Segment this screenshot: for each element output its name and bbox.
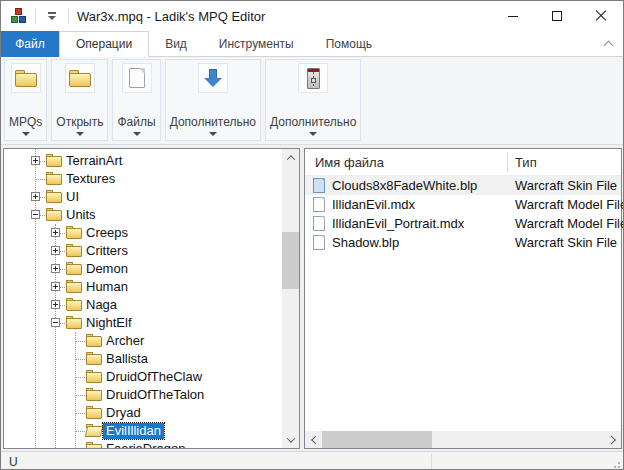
file-icon <box>129 68 145 88</box>
file-name: IllidanEvil.mdx <box>332 197 415 212</box>
dropdown-caret-icon <box>22 132 30 136</box>
dropdown-caret-icon <box>209 132 217 136</box>
tree-item-TerrainArt[interactable]: TerrainArt <box>4 152 282 170</box>
tree-vertical-scrollbar[interactable] <box>282 149 299 448</box>
tree-item-NightElf[interactable]: NightElf <box>4 314 282 332</box>
file-row-IllidanEvil_Portrait.mdx[interactable]: IllidanEvil_Portrait.mdxWarcraft Model F… <box>305 214 621 233</box>
column-header-name[interactable]: Имя файла <box>315 155 384 170</box>
tree-item-label: Units <box>66 207 96 223</box>
folder-icon <box>86 370 102 384</box>
tree-item-UI[interactable]: UI <box>4 188 282 206</box>
file-type: Warcraft Skin File <box>515 178 617 193</box>
expand-icon[interactable] <box>51 282 60 291</box>
ribbon-button-Файлы[interactable]: Файлы <box>112 59 160 141</box>
titlebar-separator <box>68 9 69 23</box>
tab-Вид[interactable]: Вид <box>149 31 203 57</box>
collapse-icon[interactable] <box>31 210 40 219</box>
ribbon-icon-box <box>11 63 41 93</box>
tree-item-DruidOfTheClaw[interactable]: DruidOfTheClaw <box>4 368 282 386</box>
scroll-left-button[interactable] <box>305 431 322 448</box>
main-area: TerrainArtTexturesUIUnitsCreepsCrittersD… <box>1 145 623 451</box>
ribbon-icon-box <box>198 63 228 93</box>
collapse-ribbon-button[interactable] <box>605 40 613 48</box>
expand-icon[interactable] <box>51 246 60 255</box>
app-window: War3x.mpq - Ladik's MPQ Editor ФайлОпера… <box>0 0 624 470</box>
ribbon-button-MPQs[interactable]: MPQs <box>4 59 47 141</box>
tree-item-label: Human <box>86 279 128 295</box>
tab-Помощь[interactable]: Помощь <box>310 31 388 57</box>
tree-scrollbar-thumb[interactable] <box>282 232 299 289</box>
titlebar-separator <box>35 9 36 23</box>
tree-item-label: Textures <box>66 171 115 187</box>
tree-item-Human[interactable]: Human <box>4 278 282 296</box>
tree-item-label: DruidOfTheClaw <box>106 369 202 385</box>
minimize-button[interactable] <box>491 1 535 31</box>
ribbon-button-label: MPQs <box>9 116 42 129</box>
file-type: Warcraft Model File <box>515 197 624 212</box>
minimize-icon <box>508 16 518 17</box>
dropdown-caret-icon <box>309 132 317 136</box>
tree-item-Ballista[interactable]: Ballista <box>4 350 282 368</box>
tree-item-Dryad[interactable]: Dryad <box>4 404 282 422</box>
tree-rows: TerrainArtTexturesUIUnitsCreepsCrittersD… <box>4 149 282 448</box>
scroll-right-button[interactable] <box>604 431 621 448</box>
expand-icon[interactable] <box>31 156 40 165</box>
tree-item-Creeps[interactable]: Creeps <box>4 224 282 242</box>
folder-icon <box>66 280 82 294</box>
tree-item-label: FaerieDragon <box>106 441 186 448</box>
tree-item-label: DruidOfTheTalon <box>106 387 204 403</box>
scroll-up-button[interactable] <box>282 149 299 166</box>
tab-Операции[interactable]: Операции <box>59 31 149 57</box>
ribbon-tab-bar: ФайлОперацииВидИнструментыПомощь <box>1 31 623 57</box>
folder-icon <box>66 244 82 258</box>
close-button[interactable] <box>579 1 623 31</box>
tree-item-label: Archer <box>106 333 144 349</box>
tree-item-Critters[interactable]: Critters <box>4 242 282 260</box>
list-horizontal-scrollbar[interactable] <box>305 431 621 448</box>
expand-icon[interactable] <box>51 300 60 309</box>
tree-item-label: Creeps <box>86 225 128 241</box>
expand-icon[interactable] <box>51 264 60 273</box>
app-icon <box>10 8 27 24</box>
ribbon-icon-box <box>65 63 95 93</box>
folder-icon <box>86 406 102 420</box>
scroll-down-button[interactable] <box>282 431 299 448</box>
collapse-icon[interactable] <box>51 318 60 327</box>
ribbon-button-Открыть[interactable]: Открыть <box>51 59 108 141</box>
file-name: IllidanEvil_Portrait.mdx <box>332 216 464 231</box>
ribbon-button-Дополнительно[interactable]: Дополнительно <box>265 59 361 141</box>
tab-Инструменты[interactable]: Инструменты <box>203 31 310 57</box>
quick-access-menu-button[interactable] <box>44 8 60 24</box>
tree-item-Naga[interactable]: Naga <box>4 296 282 314</box>
tree-item-Demon[interactable]: Demon <box>4 260 282 278</box>
folder-tree-pane: TerrainArtTexturesUIUnitsCreepsCrittersD… <box>3 148 300 449</box>
folder-icon <box>86 334 102 348</box>
file-page-icon <box>313 178 325 193</box>
tab-Файл[interactable]: Файл <box>1 31 59 57</box>
tree-item-label: TerrainArt <box>66 153 122 169</box>
ribbon-button-Дополнительно[interactable]: Дополнительно <box>165 59 261 141</box>
tree-view: TerrainArtTexturesUIUnitsCreepsCrittersD… <box>4 149 282 448</box>
folder-icon <box>15 70 37 87</box>
tree-item-Textures[interactable]: Textures <box>4 170 282 188</box>
file-row-IllidanEvil.mdx[interactable]: IllidanEvil.mdxWarcraft Model File <box>305 195 621 214</box>
expand-icon[interactable] <box>31 192 40 201</box>
file-list-pane: Имя файла Тип Clouds8x8FadeWhite.blpWarc… <box>304 148 622 449</box>
tree-item-Units[interactable]: Units <box>4 206 282 224</box>
file-row-Clouds8x8FadeWhite.blp[interactable]: Clouds8x8FadeWhite.blpWarcraft Skin File <box>305 176 621 195</box>
tree-item-FaerieDragon[interactable]: FaerieDragon <box>4 440 282 448</box>
file-row-Shadow.blp[interactable]: Shadow.blpWarcraft Skin File <box>305 233 621 252</box>
column-divider[interactable] <box>507 152 508 172</box>
tree-item-EvilIllidan[interactable]: EvilIllidan <box>4 422 282 440</box>
tree-item-label: Dryad <box>106 405 141 421</box>
resize-grip[interactable] <box>618 466 620 468</box>
tree-item-Archer[interactable]: Archer <box>4 332 282 350</box>
column-header-type[interactable]: Тип <box>515 155 537 170</box>
ribbon-icon-box <box>122 63 152 93</box>
expand-icon[interactable] <box>51 228 60 237</box>
tree-item-DruidOfTheTalon[interactable]: DruidOfTheTalon <box>4 386 282 404</box>
list-scrollbar-thumb[interactable] <box>322 431 432 448</box>
ribbon-icon-box <box>298 63 328 93</box>
folder-icon <box>66 298 82 312</box>
maximize-button[interactable] <box>535 1 579 31</box>
